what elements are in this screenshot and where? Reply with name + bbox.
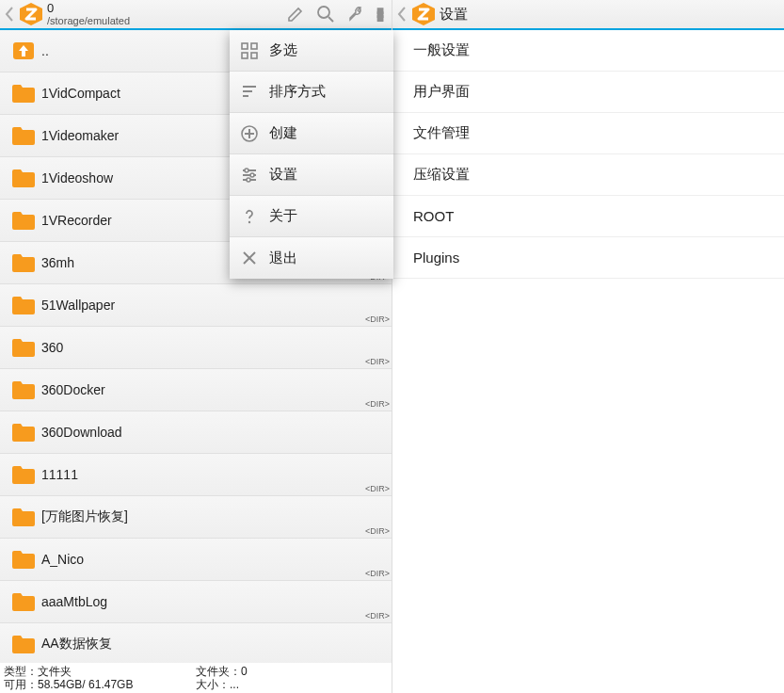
settings-item-label: ROOT <box>413 208 454 224</box>
file-tag: <DIR> <box>365 611 390 620</box>
file-row[interactable]: 51Wallpaper <DIR> <box>0 284 392 327</box>
edit-icon[interactable] <box>282 1 309 27</box>
svg-point-1 <box>318 7 329 18</box>
file-name: .. <box>41 43 49 58</box>
dropdown-item-label: 设置 <box>269 166 297 184</box>
header-path: /storage/emulated <box>47 15 279 26</box>
folder-icon <box>11 507 36 527</box>
folder-icon <box>11 337 36 358</box>
folder-icon <box>11 125 36 146</box>
sort-icon <box>239 82 260 103</box>
search-icon[interactable] <box>312 1 339 27</box>
settings-item[interactable]: 压缩设置 <box>392 154 784 196</box>
file-row[interactable]: AA数据恢复 <box>0 623 392 663</box>
file-name: aaaMtbLog <box>41 594 107 609</box>
svg-point-29 <box>245 169 248 172</box>
overflow-icon[interactable]: ■■■ <box>373 1 388 27</box>
file-tag: <DIR> <box>365 314 390 324</box>
status-bar: 类型：文件夹 可用：58.54GB/ 61.47GB 文件夹：0 大小：... <box>0 663 392 693</box>
exit-icon <box>239 248 260 268</box>
status-type-label: 类型： <box>4 665 38 678</box>
file-name: 360Docker <box>41 382 105 397</box>
settings-item[interactable]: 文件管理 <box>392 113 784 154</box>
svg-point-33 <box>247 178 250 182</box>
file-name: 1Videoshow <box>41 170 113 185</box>
file-tag: <DIR> <box>365 357 390 366</box>
svg-rect-21 <box>251 53 257 58</box>
overflow-dropdown: 多选 排序方式 创建 设置 关于 退出 <box>230 30 393 279</box>
file-row[interactable]: 360Download <box>0 411 392 454</box>
file-name: 1VRecorder <box>41 213 112 228</box>
folder-icon <box>11 464 36 485</box>
settings-icon <box>239 165 260 185</box>
dropdown-item[interactable]: 关于 <box>230 196 393 237</box>
svg-point-34 <box>248 220 250 222</box>
dropdown-item-label: 创建 <box>269 124 297 142</box>
file-name: A_Nico <box>41 552 84 567</box>
back-chevron-icon[interactable] <box>4 5 15 24</box>
dropdown-item-label: 关于 <box>269 207 297 225</box>
folder-icon <box>11 422 36 443</box>
file-tag: <DIR> <box>365 399 390 409</box>
svg-rect-18 <box>242 43 248 49</box>
file-row[interactable]: aaaMtbLog <DIR> <box>0 581 392 623</box>
up-icon <box>11 40 36 61</box>
folder-icon <box>11 168 36 188</box>
status-col-left: 类型：文件夹 可用：58.54GB/ 61.47GB <box>4 665 196 693</box>
header-count: 0 <box>47 2 279 15</box>
dropdown-item-label: 多选 <box>269 41 297 59</box>
file-name: 360 <box>41 340 63 355</box>
file-row[interactable]: 11111 <DIR> <box>0 454 392 496</box>
file-row[interactable]: [万能图片恢复] <DIR> <box>0 496 392 539</box>
status-avail-value: 58.54GB/ 61.47GB <box>38 678 133 691</box>
status-avail-label: 可用： <box>4 678 38 691</box>
file-tag: <DIR> <box>365 569 390 578</box>
folder-icon <box>11 210 36 231</box>
file-tag: <DIR> <box>365 484 390 493</box>
dropdown-item[interactable]: 创建 <box>230 113 393 154</box>
file-row[interactable]: 360 <DIR> <box>0 327 392 369</box>
path-block[interactable]: 0 /storage/emulated <box>47 2 279 26</box>
file-name: 1VidCompact <box>41 86 120 101</box>
settings-item[interactable]: ROOT <box>392 196 784 237</box>
dropdown-item-label: 排序方式 <box>269 83 326 101</box>
file-name: 36mh <box>41 255 74 270</box>
dropdown-item[interactable]: 设置 <box>230 154 393 196</box>
file-name: [万能图片恢复] <box>41 508 128 525</box>
settings-item[interactable]: Plugins <box>392 237 784 279</box>
file-name: AA数据恢复 <box>41 636 112 653</box>
status-size-label: 大小： <box>196 678 230 691</box>
settings-back-chevron-icon[interactable] <box>396 5 408 24</box>
status-folders-value: 0 <box>241 665 248 678</box>
folder-icon <box>11 634 36 654</box>
file-name: 11111 <box>41 467 78 482</box>
svg-point-31 <box>250 173 254 177</box>
file-row[interactable]: 360Docker <DIR> <box>0 369 392 411</box>
file-tag: <DIR> <box>365 526 390 536</box>
left-panel: 0 /storage/emulated ■■■ .. 1VidCompact <box>0 0 392 693</box>
settings-item[interactable]: 用户界面 <box>392 72 784 113</box>
settings-logo-icon[interactable] <box>411 2 436 26</box>
settings-item[interactable]: 一般设置 <box>392 30 784 72</box>
file-name: 1Videomaker <box>41 128 119 143</box>
right-panel: 设置 一般设置 用户界面 文件管理 压缩设置 ROOT Plugins <box>392 0 784 693</box>
status-folders-label: 文件夹： <box>196 665 241 678</box>
folder-icon <box>11 379 36 400</box>
status-size-value: ... <box>230 678 239 691</box>
settings-item-label: 一般设置 <box>413 41 470 59</box>
file-name: 51Wallpaper <box>41 298 115 313</box>
dropdown-item-label: 退出 <box>269 250 297 267</box>
folder-icon <box>11 252 36 273</box>
settings-list: 一般设置 用户界面 文件管理 压缩设置 ROOT Plugins <box>392 30 784 693</box>
dropdown-item[interactable]: 多选 <box>230 30 393 72</box>
folder-icon <box>11 83 36 104</box>
status-col-right: 文件夹：0 大小：... <box>196 665 388 693</box>
svg-rect-20 <box>242 53 248 58</box>
app-logo-icon[interactable] <box>19 2 43 26</box>
wrench-icon[interactable] <box>343 1 369 27</box>
dropdown-item[interactable]: 排序方式 <box>230 72 393 113</box>
file-row[interactable]: A_Nico <DIR> <box>0 539 392 581</box>
status-type-value: 文件夹 <box>38 665 72 678</box>
settings-item-label: 压缩设置 <box>413 166 470 184</box>
dropdown-item[interactable]: 退出 <box>230 237 393 279</box>
